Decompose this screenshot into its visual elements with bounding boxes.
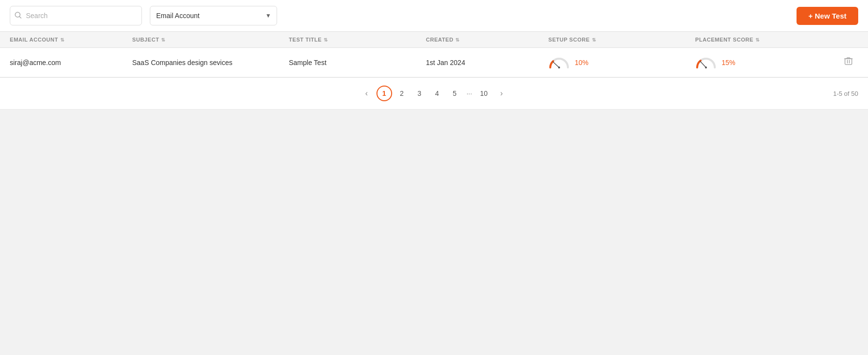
sort-icon-email: ⇅ bbox=[60, 37, 65, 43]
cell-subject: SaaS Companies design sevices bbox=[132, 59, 289, 67]
pagination-controls: ‹ 1 2 3 4 5 ··· 10 › bbox=[359, 86, 510, 101]
cell-placement-score: 15% bbox=[695, 57, 842, 68]
col-header-placement-score[interactable]: PLACEMENT SCORE ⇅ bbox=[695, 37, 842, 43]
pagination-next[interactable]: › bbox=[493, 86, 509, 101]
pagination-prev[interactable]: ‹ bbox=[359, 86, 375, 101]
search-input[interactable] bbox=[10, 6, 142, 25]
cell-created: 1st Jan 2024 bbox=[426, 59, 548, 67]
table-row: siraj@acme.com SaaS Companies design sev… bbox=[0, 48, 868, 77]
email-account-select-wrapper: Email Account ▼ bbox=[150, 6, 277, 25]
pagination-page-5[interactable]: 5 bbox=[447, 86, 463, 101]
search-wrapper bbox=[10, 6, 142, 25]
data-table: EMAIL ACCOUNT ⇅ SUBJECT ⇅ TEST TITLE ⇅ C… bbox=[0, 32, 868, 78]
email-account-select[interactable]: Email Account bbox=[150, 6, 277, 25]
sort-icon-created: ⇅ bbox=[455, 37, 460, 43]
placement-score-gauge bbox=[695, 57, 717, 68]
toolbar: Email Account ▼ + New Test bbox=[0, 0, 868, 32]
pagination-page-3[interactable]: 3 bbox=[412, 86, 427, 101]
svg-point-3 bbox=[558, 67, 560, 68]
pagination-page-4[interactable]: 4 bbox=[429, 86, 445, 101]
svg-line-2 bbox=[553, 62, 559, 67]
cell-actions bbox=[842, 55, 868, 70]
pagination-dots: ··· bbox=[465, 89, 474, 97]
setup-score-gauge bbox=[548, 57, 570, 68]
delete-button[interactable] bbox=[842, 55, 855, 70]
pagination-page-10[interactable]: 10 bbox=[476, 86, 492, 101]
table-header: EMAIL ACCOUNT ⇅ SUBJECT ⇅ TEST TITLE ⇅ C… bbox=[0, 32, 868, 48]
svg-line-4 bbox=[700, 61, 706, 67]
sort-icon-test-title: ⇅ bbox=[324, 37, 328, 43]
svg-rect-6 bbox=[845, 59, 852, 65]
new-test-button[interactable]: + New Test bbox=[797, 7, 858, 25]
setup-score-value: 10% bbox=[575, 59, 588, 67]
svg-point-5 bbox=[705, 67, 707, 68]
col-header-created[interactable]: CREATED ⇅ bbox=[426, 37, 548, 43]
cell-email-account: siraj@acme.com bbox=[10, 59, 132, 67]
cell-setup-score: 10% bbox=[548, 57, 695, 68]
col-header-actions bbox=[842, 37, 868, 43]
pagination-page-1[interactable]: 1 bbox=[376, 86, 392, 101]
sort-icon-setup-score: ⇅ bbox=[592, 37, 596, 43]
svg-line-1 bbox=[20, 17, 21, 18]
placement-score-value: 15% bbox=[722, 59, 735, 67]
col-header-subject[interactable]: SUBJECT ⇅ bbox=[132, 37, 289, 43]
cell-test-title: Sample Test bbox=[289, 59, 426, 67]
col-header-email-account[interactable]: EMAIL ACCOUNT ⇅ bbox=[10, 37, 132, 43]
content-area bbox=[0, 110, 868, 334]
sort-icon-placement-score: ⇅ bbox=[755, 37, 760, 43]
col-header-setup-score[interactable]: SETUP SCORE ⇅ bbox=[548, 37, 695, 43]
search-icon bbox=[15, 12, 22, 20]
pagination-page-2[interactable]: 2 bbox=[394, 86, 410, 101]
pagination-info: 1-5 of 50 bbox=[833, 90, 858, 97]
sort-icon-subject: ⇅ bbox=[161, 37, 165, 43]
pagination-bar: ‹ 1 2 3 4 5 ··· 10 › 1-5 of 50 bbox=[0, 78, 868, 110]
col-header-test-title[interactable]: TEST TITLE ⇅ bbox=[289, 37, 426, 43]
